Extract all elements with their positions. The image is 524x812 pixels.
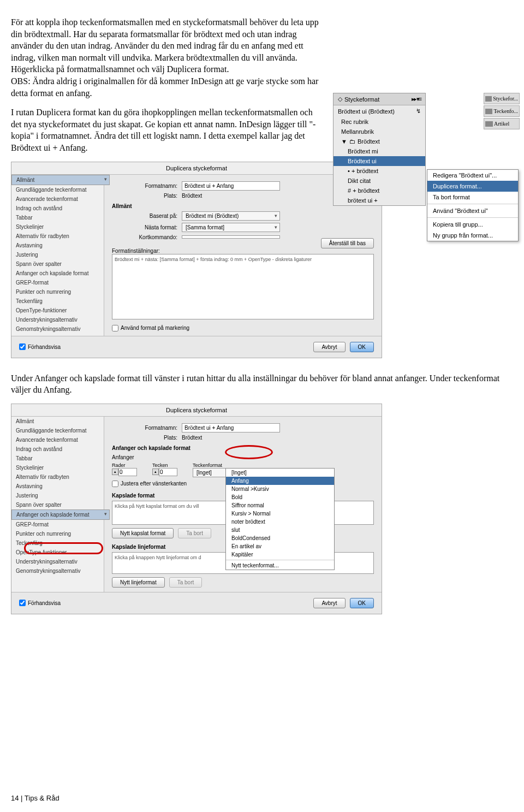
cancel-button[interactable]: Avbryt	[313, 598, 345, 608]
duplicate-style-dialog-2: Duplicera styckeformat AllmäntGrundlägga…	[11, 404, 382, 614]
context-menu-item[interactable]: Duplicera format...	[427, 181, 518, 192]
dialog-category-item[interactable]: Anfanger och kapslade format	[11, 269, 104, 278]
use-on-selection-checkbox[interactable]	[112, 325, 118, 331]
cancel-button[interactable]: Avbryt	[313, 342, 345, 352]
tab-artikel[interactable]: Artikel	[484, 118, 520, 129]
plats-label: Plats:	[112, 435, 177, 441]
context-menu: Redigera "Brödtext ui"...Duplicera forma…	[427, 169, 519, 241]
dropdown-item[interactable]: En artikel av	[226, 542, 334, 550]
dialog-category-item[interactable]: OpenType-funktioner	[11, 306, 104, 315]
context-menu-item[interactable]: Kopiera till grupp...	[427, 219, 518, 230]
panel-style-item[interactable]: brötext ui +	[334, 195, 425, 205]
rader-input[interactable]	[118, 468, 137, 476]
dropdown-item[interactable]: Kursiv > Normal	[226, 509, 334, 518]
dropdown-item[interactable]: slut	[226, 526, 334, 534]
dialog-category-item[interactable]: Tabbar	[11, 454, 104, 463]
teckenformat-dropdown[interactable]: [Inget]AnfangNormal >KursivBoldSiffror n…	[225, 468, 335, 570]
dialog-category-item[interactable]: Understrykningsalternativ	[11, 557, 104, 566]
dialog-category-item[interactable]: Genomstrykningsalternativ	[11, 324, 104, 334]
dialog-category-item[interactable]: Allmänt	[11, 175, 110, 185]
tab-styckeformat[interactable]: Styckefor...	[484, 93, 520, 104]
dialog-category-item[interactable]: Spann över spalter	[11, 500, 104, 509]
tab-label: Artikel	[494, 121, 509, 127]
dropdown-item[interactable]: Siffror normal	[226, 501, 334, 509]
panel-style-item[interactable]: # + brödtext	[334, 186, 425, 195]
formatnamn-input[interactable]: Brödtext ui + Anfang	[182, 181, 280, 191]
dialog-category-item[interactable]: Justering	[11, 250, 104, 259]
dialog-category-item[interactable]: Tabbar	[11, 213, 104, 222]
nytt-kapslat-button[interactable]: Nytt kapslat format	[112, 528, 174, 538]
baserat-select[interactable]: Brödtext mi (Brödtext)	[182, 211, 280, 221]
dropdown-item[interactable]: Kapitäler	[226, 550, 334, 559]
panel-item[interactable]: Rec rubrik	[334, 117, 425, 127]
tecken-spinner[interactable]: ▴	[152, 468, 177, 476]
dialog-category-item[interactable]: Teckenfärg	[11, 538, 104, 548]
body-text-obs: OBS: Ändra aldrig i originalmallen för d…	[11, 76, 318, 98]
ok-button[interactable]: OK	[350, 342, 374, 352]
panel-style-item[interactable]: • + brödtext	[334, 166, 425, 176]
reset-button[interactable]: Återställ till bas	[321, 238, 374, 248]
context-menu-item[interactable]: Ta bort format	[427, 192, 518, 203]
dialog-category-item[interactable]: Styckelinjer	[11, 222, 104, 232]
dialog-category-item[interactable]: Grundläggande teckenformat	[11, 426, 104, 435]
dialog-category-item[interactable]: Avstavning	[11, 241, 104, 250]
dialog-category-item[interactable]: Understrykningsalternativ	[11, 315, 104, 324]
dropdown-item[interactable]: Nytt teckenformat...	[226, 561, 334, 570]
dialog-category-item[interactable]: Punkter och numrering	[11, 529, 104, 538]
dialog-category-item[interactable]: Justering	[11, 491, 104, 500]
dialog-category-item[interactable]: Teckenfärg	[11, 297, 104, 306]
nasta-select[interactable]: [Samma format]	[182, 223, 280, 232]
formatnamn-label: Formatnamn:	[112, 425, 177, 431]
dialog-category-item[interactable]: OpenType-funktioner	[11, 548, 104, 557]
dropdown-item[interactable]: noter brödtext	[226, 518, 334, 526]
kortkommando-input[interactable]	[182, 235, 280, 239]
rader-label: Rader	[112, 463, 137, 468]
context-menu-item[interactable]: Använd "Brödtext ui"	[427, 205, 518, 216]
tab-teckenformat[interactable]: Teckenfo...	[484, 105, 520, 117]
dialog-category-item[interactable]: Alternativ för radbyten	[11, 232, 104, 241]
dialog-category-item[interactable]: GREP-format	[11, 520, 104, 529]
dialog-category-item[interactable]: Avancerade teckenformat	[11, 194, 104, 204]
dialog-category-item[interactable]: Punkter och numrering	[11, 287, 104, 297]
panel-style-item[interactable]: Brödtext ui	[334, 156, 425, 166]
panel-style-item[interactable]: Brödtext mi	[334, 146, 425, 156]
dialog-category-item[interactable]: Alternativ för radbyten	[11, 472, 104, 482]
preview-checkbox[interactable]	[19, 600, 26, 606]
ok-button[interactable]: OK	[350, 598, 374, 608]
tecken-input[interactable]	[159, 468, 177, 476]
formatnamn-label: Formatnamn:	[112, 183, 177, 189]
dialog-title: Duplicera styckeformat	[11, 162, 382, 175]
context-menu-item[interactable]: Redigera "Brödtext ui"...	[427, 170, 518, 181]
dialog-category-item[interactable]: GREP-format	[11, 278, 104, 287]
dialog-category-item[interactable]: Avstavning	[11, 482, 104, 491]
formatnamn-input[interactable]: Brödtext ui + Anfang	[182, 423, 280, 432]
dropdown-item[interactable]: Anfang	[226, 477, 334, 485]
dialog-category-item[interactable]: Avancerade teckenformat	[11, 435, 104, 444]
dialog-category-item[interactable]: Grundläggande teckenformat	[11, 185, 104, 194]
dialog-category-item[interactable]: Spann över spalter	[11, 259, 104, 269]
preview-label: Förhandsvisa	[28, 344, 61, 350]
paragraph-styles-panel: ◇ Styckeformat ▸▸ ▾≡ Brödtext ui (Brödte…	[333, 93, 519, 206]
dialog-category-item[interactable]: Anfanger och kapslade format	[11, 509, 110, 520]
dialog-category-item[interactable]: Genomstrykningsalternativ	[11, 566, 104, 576]
dropdown-item[interactable]: BoldCondensed	[226, 534, 334, 542]
justera-checkbox[interactable]	[112, 481, 118, 487]
folder-row[interactable]: ▼🗀Brödtext	[334, 137, 425, 146]
nasta-label: Nästa format:	[112, 224, 177, 230]
panel-style-item[interactable]: Dikt citat	[334, 176, 425, 186]
dialog-category-item[interactable]: Styckelinjer	[11, 463, 104, 472]
dropdown-item[interactable]: Normal >Kursiv	[226, 485, 334, 493]
dialog-category-item[interactable]: Allmänt	[11, 417, 104, 426]
dropdown-item[interactable]: [Inget]	[226, 469, 334, 477]
preview-checkbox[interactable]	[19, 343, 26, 350]
panel-item[interactable]: Mellanrubrik	[334, 127, 425, 137]
dialog-category-item[interactable]: Indrag och avstånd	[11, 204, 104, 213]
dropdown-item[interactable]: Bold	[226, 493, 334, 501]
rader-spinner[interactable]: ▴	[112, 468, 137, 476]
dialog-category-item[interactable]: Indrag och avstånd	[11, 444, 104, 454]
tecken-label: Tecken	[152, 463, 177, 468]
nytt-linje-button[interactable]: Nytt linjeformat	[112, 577, 165, 588]
context-menu-item[interactable]: Ny grupp från format...	[427, 230, 518, 241]
panel-title-bar[interactable]: ◇ Styckeformat ▸▸ ▾≡	[334, 93, 425, 105]
ta-bort-button: Ta bort	[178, 528, 211, 538]
